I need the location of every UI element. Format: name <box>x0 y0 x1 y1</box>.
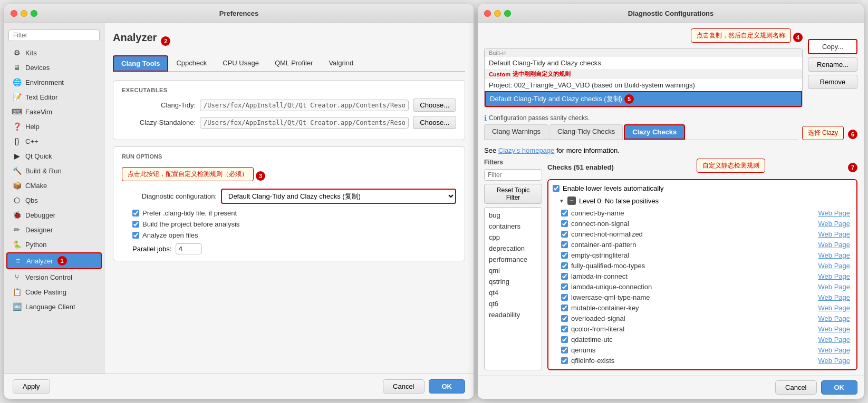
filter-containers[interactable]: containers <box>485 221 542 232</box>
reset-topic-filter-button[interactable]: Reset Topic Filter <box>484 184 542 204</box>
filter-deprecation[interactable]: deprecation <box>485 243 542 254</box>
sidebar-item-build-run[interactable]: 🔨 Build & Run <box>6 164 102 178</box>
check-lambda-unique-connection-link[interactable]: Web Page <box>818 283 850 291</box>
project-item[interactable]: Project: 002_Triangle_VAO_VBO (based on … <box>485 79 802 91</box>
maximize-button[interactable] <box>31 10 37 17</box>
apply-button[interactable]: Apply <box>13 379 50 394</box>
check-qcolor-from-literal-cb[interactable] <box>561 326 568 332</box>
sidebar-item-fakevim[interactable]: ⌨ FakeVim <box>6 105 102 119</box>
filter-bug[interactable]: bug <box>485 210 542 221</box>
check-connect-by-name-link[interactable]: Web Page <box>818 209 850 217</box>
check-qfileinfo-exists-link[interactable]: Web Page <box>818 357 850 365</box>
check-container-anti-pattern-cb[interactable] <box>561 241 568 248</box>
minimize-button[interactable] <box>21 10 27 17</box>
check-fully-qualified-moc-types-cb[interactable] <box>561 262 568 269</box>
check-qdatetime-utc-cb[interactable] <box>561 336 568 343</box>
clang-tidy-input[interactable] <box>200 100 409 111</box>
filter-input[interactable] <box>484 169 542 181</box>
check-connect-by-name-cb[interactable] <box>561 210 568 217</box>
close-button[interactable] <box>11 10 17 17</box>
check-mutable-container-key-link[interactable]: Web Page <box>818 304 850 312</box>
filter-readability[interactable]: readability <box>485 309 542 320</box>
check-qfileinfo-exists-cb[interactable] <box>561 357 568 364</box>
sidebar-item-environment[interactable]: 🌐 Environment <box>6 75 102 89</box>
check-lambda-in-connect-cb[interactable] <box>561 273 568 280</box>
clazy-standalone-input[interactable] <box>200 117 409 129</box>
check-lambda-unique-connection-cb[interactable] <box>561 283 568 290</box>
diag-ok-button[interactable]: OK <box>821 380 858 395</box>
check-qdatetime-utc-link[interactable]: Web Page <box>818 336 850 343</box>
sidebar-item-code-pasting[interactable]: 📋 Code Pasting <box>6 285 102 299</box>
sidebar-filter-input[interactable] <box>8 30 100 41</box>
clang-tidy-choose-button[interactable]: Choose... <box>413 99 456 112</box>
diag-minimize-button[interactable] <box>494 10 501 17</box>
tab-cppcheck[interactable]: Cppcheck <box>168 55 215 72</box>
sidebar-item-cpp[interactable]: {} C++ <box>6 134 102 148</box>
copy-button[interactable]: Copy... <box>808 39 857 54</box>
check-empty-qstringliteral-link[interactable]: Web Page <box>818 251 850 259</box>
build-project-checkbox[interactable] <box>132 221 139 228</box>
tab-qml-profiler[interactable]: QML Profiler <box>267 55 321 72</box>
sidebar-item-cmake[interactable]: 📦 CMake <box>6 179 102 192</box>
sidebar-item-qt-quick[interactable]: ▶ Qt Quick <box>6 149 102 163</box>
cancel-button[interactable]: Cancel <box>383 379 424 394</box>
tab-cpu-usage[interactable]: CPU Usage <box>215 55 267 72</box>
enable-lower-checkbox[interactable] <box>553 185 560 192</box>
prefer-clang-tidy-checkbox[interactable] <box>132 210 139 217</box>
filter-qstring[interactable]: qstring <box>485 276 542 287</box>
check-mutable-container-key-cb[interactable] <box>561 304 568 311</box>
check-lowercase-qml-type-name-cb[interactable] <box>561 294 568 301</box>
rename-button[interactable]: Rename... <box>808 57 857 72</box>
check-qenums-link[interactable]: Web Page <box>818 346 850 354</box>
diag-config-row: Diagnostic configuration: Default Clang-… <box>122 189 456 204</box>
check-connect-non-signal-cb[interactable] <box>561 220 568 227</box>
sidebar-item-qbs[interactable]: ⬡ Qbs <box>6 193 102 207</box>
sidebar-item-language-client[interactable]: 🔤 Language Client <box>6 300 102 313</box>
analyze-open-checkbox[interactable] <box>132 232 139 239</box>
parallel-jobs-input[interactable] <box>176 243 202 254</box>
filter-qml[interactable]: qml <box>485 265 542 276</box>
check-fully-qualified-moc-types-link[interactable]: Web Page <box>818 262 850 270</box>
tab-clang-tools[interactable]: Clang Tools <box>113 55 168 72</box>
check-overloaded-signal-cb[interactable] <box>561 315 568 322</box>
sanity-check-row: ℹ Configuration passes sanity checks. <box>484 112 857 124</box>
sidebar-item-python[interactable]: 🐍 Python <box>6 238 102 251</box>
sidebar-item-debugger[interactable]: 🐞 Debugger <box>6 208 102 222</box>
sidebar-item-kits[interactable]: ⚙ Kits <box>6 46 102 60</box>
check-empty-qstringliteral-cb[interactable] <box>561 252 568 259</box>
diag-config-select[interactable]: Default Clang-Tidy and Clazy checks (复制) <box>221 189 456 204</box>
tab-valgrind[interactable]: Valgrind <box>321 55 361 72</box>
diag-close-button[interactable] <box>484 10 491 17</box>
sidebar-item-text-editor[interactable]: 📝 Text Editor <box>6 90 102 104</box>
selected-config-item[interactable]: Default Clang-Tidy and Clazy checks (复制)… <box>485 91 802 107</box>
check-connect-not-normalized-link[interactable]: Web Page <box>818 230 850 238</box>
ok-button[interactable]: OK <box>429 379 466 394</box>
preferences-body: ⚙ Kits 🖥 Devices 🌐 Environment 📝 Text Ed… <box>4 23 474 373</box>
tab-clang-tidy-checks[interactable]: Clang-Tidy Checks <box>549 124 623 140</box>
check-lambda-in-connect-link[interactable]: Web Page <box>818 272 850 280</box>
clazy-homepage-link[interactable]: Clazy's homepage <box>498 146 555 154</box>
filter-qt4[interactable]: qt4 <box>485 287 542 298</box>
remove-button[interactable]: Remove <box>808 75 857 89</box>
check-lowercase-qml-type-name-link[interactable]: Web Page <box>818 293 850 301</box>
filter-qt6[interactable]: qt6 <box>485 298 542 309</box>
tab-clang-warnings[interactable]: Clang Warnings <box>484 124 548 140</box>
diag-maximize-button[interactable] <box>504 10 511 17</box>
filter-performance[interactable]: performance <box>485 254 542 265</box>
check-overloaded-signal-link[interactable]: Web Page <box>818 314 850 322</box>
builtin-default-item[interactable]: Default Clang-Tidy and Clazy checks <box>485 57 802 69</box>
check-connect-non-signal-link[interactable]: Web Page <box>818 220 850 228</box>
check-container-anti-pattern-link[interactable]: Web Page <box>818 241 850 249</box>
sidebar-item-devices[interactable]: 🖥 Devices <box>6 61 102 74</box>
check-connect-not-normalized-cb[interactable] <box>561 231 568 238</box>
sidebar-item-help[interactable]: ❓ Help <box>6 120 102 133</box>
check-qenums-cb[interactable] <box>561 347 568 353</box>
sidebar-item-designer[interactable]: ✏ Designer <box>6 223 102 237</box>
sidebar-item-analyzer[interactable]: ≡ Analyzer 1 <box>6 252 102 269</box>
filter-cpp[interactable]: cpp <box>485 232 542 243</box>
sidebar-item-version-control[interactable]: ⑂ Version Control <box>6 270 102 284</box>
check-qcolor-from-literal-link[interactable]: Web Page <box>818 325 850 333</box>
diag-cancel-button[interactable]: Cancel <box>775 380 816 395</box>
tab-clazy-checks[interactable]: Clazy Checks <box>624 124 685 140</box>
clazy-choose-button[interactable]: Choose... <box>413 116 456 129</box>
